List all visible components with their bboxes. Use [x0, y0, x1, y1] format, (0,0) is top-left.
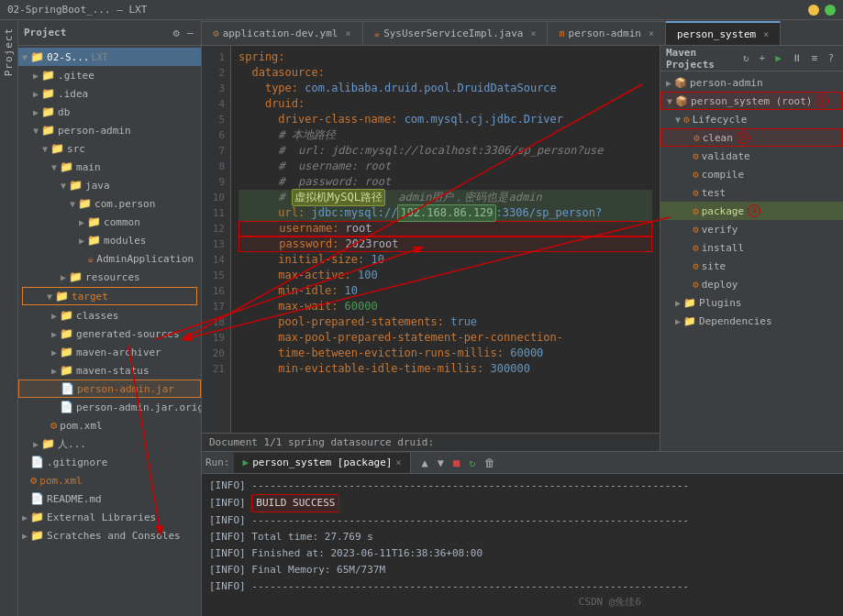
run-down-btn[interactable]: ▼ [435, 456, 447, 470]
tree-item-root[interactable]: ▼ 📁 02-S... LXT [18, 48, 201, 66]
tree-item-scratches[interactable]: ▶📁Scratches and Consoles [18, 526, 201, 544]
line-numbers: 12345 678910 1112131415 1617181920 21 [202, 46, 231, 433]
left-project-label[interactable]: Project [0, 20, 18, 616]
sidebar-header: Project ⚙ – [18, 20, 201, 46]
tab-ps-close[interactable]: × [763, 29, 769, 39]
run-tab-close[interactable]: × [395, 457, 401, 468]
watermark: CSDN @兔佳6 [579, 595, 641, 609]
sidebar-settings-icon[interactable]: ⚙ [172, 26, 182, 40]
maven-pause-btn[interactable]: ⏸ [788, 50, 805, 66]
tab-service-close[interactable]: × [530, 28, 536, 38]
title-bar: 02-SpringBoot_... — LXT [0, 0, 843, 20]
code-area[interactable]: spring: datasource: type: com.alibaba.dr… [231, 46, 660, 433]
maven-run-btn[interactable]: ▶ [771, 50, 785, 66]
maven-test[interactable]: ▶ ⚙ test [660, 183, 843, 202]
maven-person-system[interactable]: ▼ 📦 person_system (root) ① [660, 92, 843, 110]
project-sidebar: Project ⚙ – ▼ 📁 02-S... LXT ▶📁.gitee ▶📁.… [18, 20, 202, 616]
tab-yml[interactable]: ⚙ application-dev.yml × [202, 21, 363, 45]
output-line-3: [INFO] ---------------------------------… [209, 512, 836, 529]
maven-tree: ▶ 📦 person-admin ▼ 📦 person_system (root… [660, 72, 843, 451]
tree-item-resources[interactable]: ▶📁resources [18, 268, 201, 286]
run-output: [INFO] ---------------------------------… [202, 474, 843, 616]
tree-item-db[interactable]: ▶📁db [18, 103, 201, 121]
maven-help-btn[interactable]: ? [824, 50, 837, 66]
tab-pa-close[interactable]: × [649, 28, 654, 38]
tree-item-gitignore[interactable]: ▶📄.gitignore [18, 453, 201, 471]
run-clear-btn[interactable]: 🗑 [482, 456, 498, 470]
output-line-1: [INFO] ---------------------------------… [209, 478, 836, 494]
tree-item-target[interactable]: ▼📁target [22, 287, 197, 305]
sidebar-title: Project [24, 27, 66, 38]
run-stop-btn[interactable]: ■ [450, 456, 462, 470]
tree-item-idea[interactable]: ▶📁.idea [18, 84, 201, 103]
tab-person-system[interactable]: person_system × [666, 21, 781, 45]
tree-item-java[interactable]: ▼📁java [18, 176, 201, 194]
editor-area: 12345 678910 1112131415 1617181920 21 sp… [202, 46, 660, 451]
tab-service-label: SysUserServiceImpl.java [383, 28, 523, 39]
run-panel: Run: ▶ person_system [package] × ▲ ▼ ■ ↻… [202, 451, 843, 616]
tab-service[interactable]: ☕ SysUserServiceImpl.java × [363, 21, 549, 45]
maven-plugins[interactable]: ▶ 📁 Plugins [660, 293, 843, 312]
build-success-badge: BUILD SUCCESS [251, 494, 339, 512]
minimize-btn[interactable] [808, 5, 819, 16]
title-text: 02-SpringBoot_... — LXT [7, 4, 808, 16]
tab-pa-label: person-admin [569, 28, 641, 39]
maximize-btn[interactable] [825, 5, 836, 16]
tree-item-maven-arch[interactable]: ▶📁maven-archiver [18, 343, 201, 361]
maven-deploy[interactable]: ▶ ⚙ deploy [660, 275, 843, 293]
maven-title: Maven Projects [666, 47, 739, 71]
output-line-4: [INFO] Total time: 27.769 s [209, 529, 836, 545]
tree-item-jar-orig[interactable]: ▶📄person-admin.jar.original [18, 398, 201, 416]
tab-ps-label: person_system [677, 28, 756, 40]
sidebar-collapse-icon[interactable]: – [185, 26, 195, 40]
tree-item-ext-libs[interactable]: ▶📁External Libraries [18, 508, 201, 526]
tree-item-src[interactable]: ▼📁src [18, 139, 201, 158]
tree-item-pom[interactable]: ▶⚙pom.xml [18, 416, 201, 434]
run-icon: ▶ [243, 456, 250, 468]
run-tab-active[interactable]: ▶ person_system [package] × [234, 453, 412, 473]
maven-compile[interactable]: ▶ ⚙ compile [660, 165, 843, 183]
tree-item-main[interactable]: ▼📁main [18, 158, 201, 176]
tree-item-jar[interactable]: ▶📄person-admin.jar [18, 380, 201, 398]
tree-item-person-root[interactable]: ▶📁人... [18, 434, 201, 453]
maven-site[interactable]: ▶ ⚙ site [660, 257, 843, 275]
maven-lifecycle[interactable]: ▼ ⚙ Lifecycle [660, 110, 843, 128]
tab-service-icon: ☕ [374, 28, 381, 39]
run-rerun-btn[interactable]: ↻ [466, 456, 478, 470]
tree-item-person-admin[interactable]: ▼📁person-admin [18, 121, 201, 139]
tree-item-common[interactable]: ▶📁common [18, 213, 201, 231]
maven-package[interactable]: ▶ ⚙ package ③ [660, 202, 843, 220]
maven-add-btn[interactable]: + [756, 50, 770, 66]
breadcrumb: Document 1/1 spring datasource druid: [202, 433, 660, 451]
tab-person-admin[interactable]: m person-admin × [548, 21, 666, 45]
run-tab-bar: Run: ▶ person_system [package] × ▲ ▼ ■ ↻… [202, 452, 843, 474]
title-controls [808, 5, 836, 16]
tree-item-gen-src[interactable]: ▶📁generated-sources [18, 324, 201, 343]
maven-clean[interactable]: ▶ ⚙ clean ② [660, 128, 843, 147]
tree-item-com-person[interactable]: ▼📁com.person [18, 194, 201, 213]
tree-item-modules[interactable]: ▶📁modules [18, 231, 201, 249]
maven-person-admin[interactable]: ▶ 📦 person-admin [660, 73, 843, 92]
tree-item-gitee[interactable]: ▶📁.gitee [18, 66, 201, 84]
tab-bar: ⚙ application-dev.yml × ☕ SysUserService… [202, 20, 843, 46]
run-up-btn[interactable]: ▲ [418, 456, 430, 470]
tab-pa-modified: m [559, 28, 564, 38]
maven-menu-btn[interactable]: ≡ [808, 50, 822, 66]
maven-install[interactable]: ▶ ⚙ install [660, 238, 843, 257]
maven-refresh-btn[interactable]: ↻ [739, 50, 753, 66]
tree-item-classes[interactable]: ▶📁classes [18, 306, 201, 324]
tab-yml-icon: ⚙ [213, 28, 219, 39]
tree-item-pom-root[interactable]: ▶⚙pom.xml [18, 471, 201, 490]
maven-dependencies[interactable]: ▶ 📁 Dependencies [660, 312, 843, 330]
run-label: Run: [205, 456, 230, 468]
maven-verify[interactable]: ▶ ⚙ verify [660, 220, 843, 238]
project-tree: ▼ 📁 02-S... LXT ▶📁.gitee ▶📁.idea ▶📁db ▼📁… [18, 46, 201, 616]
tree-item-maven-status[interactable]: ▶📁maven-status [18, 361, 201, 380]
output-line-6: [INFO] Final Memory: 65M/737M [209, 562, 836, 578]
tree-item-admin-app[interactable]: ▶☕AdminApplication [18, 249, 201, 268]
tree-item-readme[interactable]: ▶📄README.md [18, 490, 201, 508]
tab-yml-close[interactable]: × [345, 28, 350, 38]
maven-header: Maven Projects ↻ + ▶ ⏸ ≡ ? [660, 46, 843, 72]
maven-panel: Maven Projects ↻ + ▶ ⏸ ≡ ? ▶ 📦 person-ad [660, 46, 843, 451]
maven-validate[interactable]: ▶ ⚙ validate [660, 147, 843, 165]
